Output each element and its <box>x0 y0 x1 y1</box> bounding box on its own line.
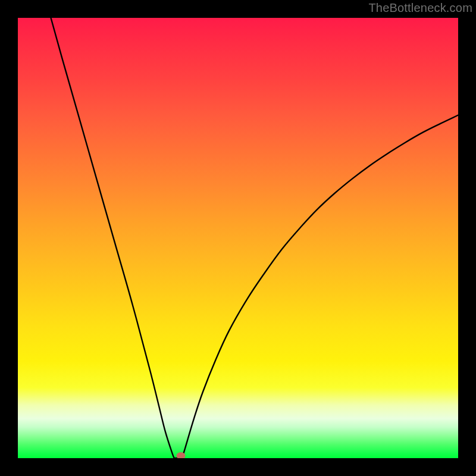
curve-svg <box>18 18 458 458</box>
vertex-marker <box>176 452 185 458</box>
watermark-text: TheBottleneck.com <box>368 1 472 15</box>
chart-frame: TheBottleneck.com <box>0 0 476 476</box>
plot-area <box>18 18 458 458</box>
bottleneck-curve <box>51 18 459 458</box>
